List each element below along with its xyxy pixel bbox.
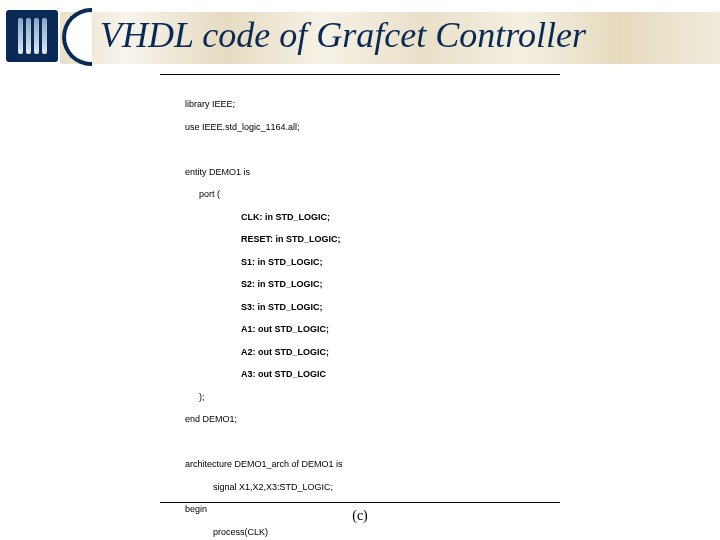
title-band: VHDL code of Grafcet Controller [0, 10, 720, 65]
divider-top [160, 74, 560, 75]
code-line: library IEEE; [185, 99, 615, 110]
vhdl-code: library IEEE; use IEEE.std_logic_1164.al… [185, 88, 615, 540]
figure-caption: (c) [0, 508, 720, 524]
code-line: end DEMO1; [185, 414, 615, 425]
code-line: A1: out STD_LOGIC; [185, 324, 615, 335]
code-line: architecture DEMO1_arch of DEMO1 is [185, 459, 615, 470]
code-line: S1: in STD_LOGIC; [185, 257, 615, 268]
code-line: A2: out STD_LOGIC; [185, 347, 615, 358]
code-line: ); [185, 392, 615, 403]
code-line: port ( [185, 189, 615, 200]
code-line: process(CLK) [185, 527, 615, 538]
slide: VHDL code of Grafcet Controller library … [0, 0, 720, 540]
code-line: CLK: in STD_LOGIC; [185, 212, 615, 223]
code-line: A3: out STD_LOGIC [185, 369, 615, 380]
code-line: use IEEE.std_logic_1164.all; [185, 122, 615, 133]
code-line: signal X1,X2,X3:STD_LOGIC; [185, 482, 615, 493]
code-line: RESET: in STD_LOGIC; [185, 234, 615, 245]
code-line: entity DEMO1 is [185, 167, 615, 178]
code-line: S3: in STD_LOGIC; [185, 302, 615, 313]
divider-bottom [160, 502, 560, 503]
code-line: S2: in STD_LOGIC; [185, 279, 615, 290]
logo-icon [6, 10, 58, 62]
slide-title: VHDL code of Grafcet Controller [100, 14, 586, 56]
